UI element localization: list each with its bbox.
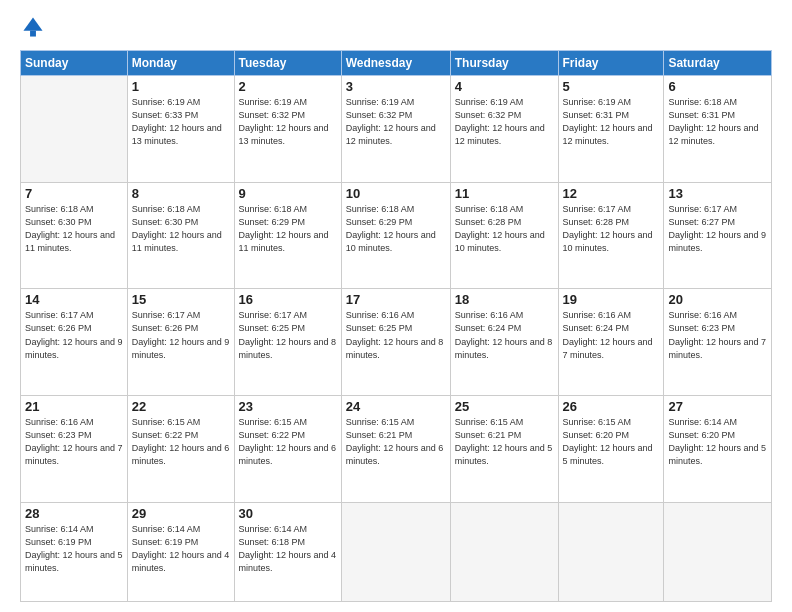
day-number: 7 xyxy=(25,186,123,201)
day-number: 11 xyxy=(455,186,554,201)
calendar-week-row: 21Sunrise: 6:16 AM Sunset: 6:23 PM Dayli… xyxy=(21,396,772,503)
calendar-cell: 17Sunrise: 6:16 AM Sunset: 6:25 PM Dayli… xyxy=(341,289,450,396)
calendar-cell: 13Sunrise: 6:17 AM Sunset: 6:27 PM Dayli… xyxy=(664,182,772,289)
calendar-cell: 27Sunrise: 6:14 AM Sunset: 6:20 PM Dayli… xyxy=(664,396,772,503)
calendar-cell: 1Sunrise: 6:19 AM Sunset: 6:33 PM Daylig… xyxy=(127,76,234,183)
day-info: Sunrise: 6:15 AM Sunset: 6:21 PM Dayligh… xyxy=(346,416,446,468)
calendar-cell: 26Sunrise: 6:15 AM Sunset: 6:20 PM Dayli… xyxy=(558,396,664,503)
calendar-header-row: SundayMondayTuesdayWednesdayThursdayFrid… xyxy=(21,51,772,76)
calendar-cell: 7Sunrise: 6:18 AM Sunset: 6:30 PM Daylig… xyxy=(21,182,128,289)
day-number: 30 xyxy=(239,506,337,521)
calendar-cell: 23Sunrise: 6:15 AM Sunset: 6:22 PM Dayli… xyxy=(234,396,341,503)
day-number: 24 xyxy=(346,399,446,414)
svg-rect-1 xyxy=(30,31,36,37)
day-number: 8 xyxy=(132,186,230,201)
calendar-day-header: Saturday xyxy=(664,51,772,76)
calendar-cell: 25Sunrise: 6:15 AM Sunset: 6:21 PM Dayli… xyxy=(450,396,558,503)
day-number: 10 xyxy=(346,186,446,201)
day-info: Sunrise: 6:14 AM Sunset: 6:20 PM Dayligh… xyxy=(668,416,767,468)
day-number: 23 xyxy=(239,399,337,414)
day-info: Sunrise: 6:16 AM Sunset: 6:24 PM Dayligh… xyxy=(563,309,660,361)
day-number: 26 xyxy=(563,399,660,414)
calendar-cell: 10Sunrise: 6:18 AM Sunset: 6:29 PM Dayli… xyxy=(341,182,450,289)
calendar-cell xyxy=(664,502,772,601)
day-number: 19 xyxy=(563,292,660,307)
day-info: Sunrise: 6:17 AM Sunset: 6:26 PM Dayligh… xyxy=(25,309,123,361)
day-info: Sunrise: 6:19 AM Sunset: 6:31 PM Dayligh… xyxy=(563,96,660,148)
day-info: Sunrise: 6:19 AM Sunset: 6:32 PM Dayligh… xyxy=(455,96,554,148)
day-number: 22 xyxy=(132,399,230,414)
day-info: Sunrise: 6:17 AM Sunset: 6:26 PM Dayligh… xyxy=(132,309,230,361)
day-info: Sunrise: 6:18 AM Sunset: 6:29 PM Dayligh… xyxy=(239,203,337,255)
day-info: Sunrise: 6:18 AM Sunset: 6:28 PM Dayligh… xyxy=(455,203,554,255)
calendar-cell: 8Sunrise: 6:18 AM Sunset: 6:30 PM Daylig… xyxy=(127,182,234,289)
calendar-day-header: Thursday xyxy=(450,51,558,76)
day-number: 18 xyxy=(455,292,554,307)
day-info: Sunrise: 6:14 AM Sunset: 6:18 PM Dayligh… xyxy=(239,523,337,575)
day-number: 1 xyxy=(132,79,230,94)
calendar-cell: 22Sunrise: 6:15 AM Sunset: 6:22 PM Dayli… xyxy=(127,396,234,503)
day-number: 5 xyxy=(563,79,660,94)
calendar-week-row: 1Sunrise: 6:19 AM Sunset: 6:33 PM Daylig… xyxy=(21,76,772,183)
day-number: 14 xyxy=(25,292,123,307)
calendar-cell: 15Sunrise: 6:17 AM Sunset: 6:26 PM Dayli… xyxy=(127,289,234,396)
calendar-day-header: Monday xyxy=(127,51,234,76)
day-info: Sunrise: 6:15 AM Sunset: 6:20 PM Dayligh… xyxy=(563,416,660,468)
header xyxy=(20,16,772,42)
day-info: Sunrise: 6:16 AM Sunset: 6:24 PM Dayligh… xyxy=(455,309,554,361)
calendar-table: SundayMondayTuesdayWednesdayThursdayFrid… xyxy=(20,50,772,602)
calendar-cell: 11Sunrise: 6:18 AM Sunset: 6:28 PM Dayli… xyxy=(450,182,558,289)
calendar-cell: 24Sunrise: 6:15 AM Sunset: 6:21 PM Dayli… xyxy=(341,396,450,503)
calendar-day-header: Wednesday xyxy=(341,51,450,76)
calendar-cell: 19Sunrise: 6:16 AM Sunset: 6:24 PM Dayli… xyxy=(558,289,664,396)
day-info: Sunrise: 6:17 AM Sunset: 6:27 PM Dayligh… xyxy=(668,203,767,255)
calendar-cell: 6Sunrise: 6:18 AM Sunset: 6:31 PM Daylig… xyxy=(664,76,772,183)
calendar-cell xyxy=(558,502,664,601)
day-number: 17 xyxy=(346,292,446,307)
calendar-cell: 16Sunrise: 6:17 AM Sunset: 6:25 PM Dayli… xyxy=(234,289,341,396)
day-info: Sunrise: 6:15 AM Sunset: 6:21 PM Dayligh… xyxy=(455,416,554,468)
day-number: 21 xyxy=(25,399,123,414)
calendar-cell: 21Sunrise: 6:16 AM Sunset: 6:23 PM Dayli… xyxy=(21,396,128,503)
calendar-cell xyxy=(341,502,450,601)
day-info: Sunrise: 6:18 AM Sunset: 6:29 PM Dayligh… xyxy=(346,203,446,255)
calendar-cell: 14Sunrise: 6:17 AM Sunset: 6:26 PM Dayli… xyxy=(21,289,128,396)
calendar-day-header: Friday xyxy=(558,51,664,76)
day-number: 9 xyxy=(239,186,337,201)
calendar-cell: 12Sunrise: 6:17 AM Sunset: 6:28 PM Dayli… xyxy=(558,182,664,289)
day-number: 28 xyxy=(25,506,123,521)
calendar-cell: 5Sunrise: 6:19 AM Sunset: 6:31 PM Daylig… xyxy=(558,76,664,183)
svg-marker-0 xyxy=(23,17,42,30)
day-info: Sunrise: 6:14 AM Sunset: 6:19 PM Dayligh… xyxy=(25,523,123,575)
day-info: Sunrise: 6:18 AM Sunset: 6:30 PM Dayligh… xyxy=(132,203,230,255)
day-info: Sunrise: 6:17 AM Sunset: 6:28 PM Dayligh… xyxy=(563,203,660,255)
calendar-cell: 2Sunrise: 6:19 AM Sunset: 6:32 PM Daylig… xyxy=(234,76,341,183)
day-info: Sunrise: 6:15 AM Sunset: 6:22 PM Dayligh… xyxy=(239,416,337,468)
day-info: Sunrise: 6:15 AM Sunset: 6:22 PM Dayligh… xyxy=(132,416,230,468)
day-number: 12 xyxy=(563,186,660,201)
calendar-cell: 29Sunrise: 6:14 AM Sunset: 6:19 PM Dayli… xyxy=(127,502,234,601)
calendar-cell: 28Sunrise: 6:14 AM Sunset: 6:19 PM Dayli… xyxy=(21,502,128,601)
calendar-day-header: Tuesday xyxy=(234,51,341,76)
day-number: 16 xyxy=(239,292,337,307)
calendar-cell: 9Sunrise: 6:18 AM Sunset: 6:29 PM Daylig… xyxy=(234,182,341,289)
day-info: Sunrise: 6:16 AM Sunset: 6:23 PM Dayligh… xyxy=(668,309,767,361)
calendar-cell: 4Sunrise: 6:19 AM Sunset: 6:32 PM Daylig… xyxy=(450,76,558,183)
day-number: 6 xyxy=(668,79,767,94)
calendar-week-row: 28Sunrise: 6:14 AM Sunset: 6:19 PM Dayli… xyxy=(21,502,772,601)
page: SundayMondayTuesdayWednesdayThursdayFrid… xyxy=(0,0,792,612)
day-number: 3 xyxy=(346,79,446,94)
day-number: 15 xyxy=(132,292,230,307)
calendar-cell: 20Sunrise: 6:16 AM Sunset: 6:23 PM Dayli… xyxy=(664,289,772,396)
calendar-week-row: 14Sunrise: 6:17 AM Sunset: 6:26 PM Dayli… xyxy=(21,289,772,396)
logo-icon xyxy=(22,16,44,38)
day-number: 4 xyxy=(455,79,554,94)
day-number: 20 xyxy=(668,292,767,307)
day-info: Sunrise: 6:19 AM Sunset: 6:32 PM Dayligh… xyxy=(346,96,446,148)
calendar-cell xyxy=(21,76,128,183)
day-info: Sunrise: 6:14 AM Sunset: 6:19 PM Dayligh… xyxy=(132,523,230,575)
day-info: Sunrise: 6:18 AM Sunset: 6:30 PM Dayligh… xyxy=(25,203,123,255)
day-info: Sunrise: 6:19 AM Sunset: 6:33 PM Dayligh… xyxy=(132,96,230,148)
day-number: 13 xyxy=(668,186,767,201)
day-number: 25 xyxy=(455,399,554,414)
